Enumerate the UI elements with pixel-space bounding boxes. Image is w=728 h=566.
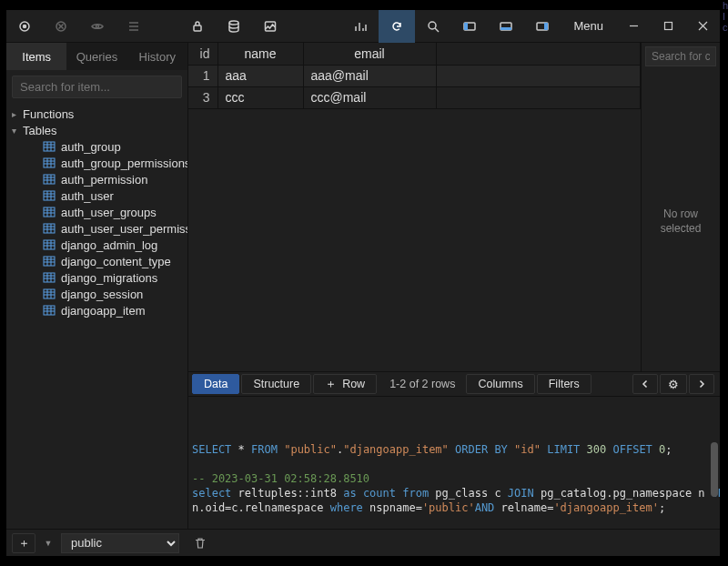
window-minimize[interactable] (616, 10, 651, 43)
tab-items[interactable]: Items (6, 43, 66, 70)
tree-table-item[interactable]: django_content_type (6, 253, 187, 269)
col-header[interactable]: id (188, 43, 217, 65)
ext-char: I (723, 11, 728, 22)
svg-rect-13 (544, 23, 548, 30)
tree-table-item[interactable]: django_session (6, 286, 187, 302)
tree-functions[interactable]: ▸Functions (6, 106, 187, 122)
search-icon[interactable] (415, 10, 451, 43)
window-close[interactable] (685, 10, 720, 43)
list-icon[interactable] (116, 10, 152, 43)
svg-rect-14 (664, 23, 672, 30)
tree-table-label: auth_group (61, 140, 121, 154)
table-icon (43, 239, 56, 250)
schema-select[interactable]: public (61, 533, 179, 553)
log-line: n.oid=c.relnamespace where nspname='publ… (192, 500, 716, 515)
sidebar: Items Queries History ▸Functions ▾Tables… (6, 43, 188, 529)
add-row-button[interactable]: ＋Row (313, 374, 377, 394)
tab-data[interactable]: Data (192, 374, 239, 394)
tree-table-label: auth_user (61, 189, 114, 203)
prev-page-button[interactable] (632, 374, 658, 394)
search-column-input[interactable] (645, 46, 716, 66)
log-line: -- 2023-03-31 02:58:28.8510 (192, 471, 716, 486)
tree-table-item[interactable]: djangoapp_item (6, 302, 187, 318)
tree-table-item[interactable]: django_admin_log (6, 237, 187, 253)
svg-rect-21 (44, 240, 55, 249)
tree-table-label: auth_user_groups (61, 206, 157, 219)
tree-table-item[interactable]: auth_user (6, 187, 187, 204)
plus-icon: ＋ (325, 377, 337, 392)
svg-rect-9 (464, 23, 468, 30)
svg-point-3 (96, 25, 99, 27)
tree-table-label: auth_group_permissions (61, 157, 187, 170)
settings-button[interactable]: ⚙ (660, 374, 687, 394)
sidebar-tabs: Items Queries History (6, 43, 187, 70)
svg-point-5 (229, 21, 238, 25)
menu-button[interactable]: Menu (561, 10, 616, 43)
svg-rect-23 (44, 273, 55, 282)
filters-button[interactable]: Filters (537, 374, 592, 394)
svg-point-1 (24, 25, 26, 27)
ext-char: h (723, 0, 728, 11)
tree-table-label: django_migrations (61, 271, 157, 285)
layout-right-icon[interactable] (524, 10, 561, 43)
search-item-input[interactable] (12, 76, 182, 98)
table-icon (43, 272, 56, 283)
query-log[interactable]: SELECT * FROM "public"."djangoapp_item" … (188, 397, 720, 529)
col-header[interactable]: name (217, 43, 303, 65)
log-line (192, 457, 716, 471)
table-icon (43, 207, 56, 217)
tree-table-item[interactable]: django_migrations (6, 269, 187, 286)
image-icon[interactable] (252, 10, 288, 43)
tab-queries[interactable]: Queries (66, 43, 126, 70)
tree-tables[interactable]: ▾Tables (6, 122, 187, 138)
cell-id[interactable]: 1 (188, 65, 217, 86)
right-panel: No row selected (641, 43, 720, 371)
tab-structure[interactable]: Structure (241, 374, 311, 394)
table-icon (43, 157, 56, 168)
refresh-icon[interactable] (379, 10, 415, 43)
target-icon[interactable] (6, 10, 43, 43)
tree-table-item[interactable]: auth_permission (6, 171, 187, 187)
cell-name[interactable]: aaa (217, 65, 303, 86)
connection-menu-chevron[interactable]: ▼ (41, 533, 56, 553)
next-page-button[interactable] (689, 374, 714, 394)
cell-empty (436, 65, 641, 86)
tree-table-item[interactable]: auth_group_permissions (6, 155, 187, 171)
tab-history[interactable]: History (127, 43, 187, 70)
main-panel: id name email 1aaaaaa@mail3cccccc@mail N… (188, 43, 720, 529)
database-icon[interactable] (216, 10, 252, 43)
trash-button[interactable] (190, 533, 210, 553)
svg-point-7 (429, 22, 436, 29)
window-maximize[interactable] (651, 10, 685, 43)
no-row-selected: No row selected (642, 70, 720, 371)
lock-icon[interactable] (179, 10, 216, 43)
log-scrollbar[interactable] (711, 442, 718, 497)
table-row[interactable]: 3cccccc@mail (188, 86, 641, 108)
table-icon (43, 190, 56, 201)
svg-rect-15 (44, 142, 55, 151)
eye-icon[interactable] (79, 10, 116, 43)
layout-bottom-icon[interactable] (488, 10, 524, 43)
svg-rect-16 (44, 158, 55, 167)
cancel-circle-icon[interactable] (43, 10, 79, 43)
cell-name[interactable]: ccc (217, 86, 303, 108)
layout-left-icon[interactable] (451, 10, 488, 43)
svg-rect-4 (194, 25, 201, 31)
columns-button[interactable]: Columns (466, 374, 534, 394)
cell-email[interactable]: ccc@mail (303, 86, 436, 108)
chart-icon[interactable] (342, 10, 379, 43)
svg-rect-11 (500, 27, 511, 30)
cell-email[interactable]: aaa@mail (303, 65, 436, 86)
tree-table-item[interactable]: auth_user_groups (6, 204, 187, 220)
table-icon (43, 141, 56, 152)
svg-rect-17 (44, 175, 55, 184)
tree-table-item[interactable]: auth_group (6, 138, 187, 155)
statusbar: ＋ ▼ public (6, 529, 720, 556)
col-header[interactable]: email (303, 43, 436, 65)
data-grid[interactable]: id name email 1aaaaaa@mail3cccccc@mail (188, 43, 641, 371)
cell-id[interactable]: 3 (188, 86, 217, 108)
tree-table-label: auth_user_user_permissions (61, 222, 187, 236)
table-row[interactable]: 1aaaaaa@mail (188, 65, 641, 86)
tree-table-item[interactable]: auth_user_user_permissions (6, 220, 187, 237)
add-connection-button[interactable]: ＋ (12, 533, 35, 553)
